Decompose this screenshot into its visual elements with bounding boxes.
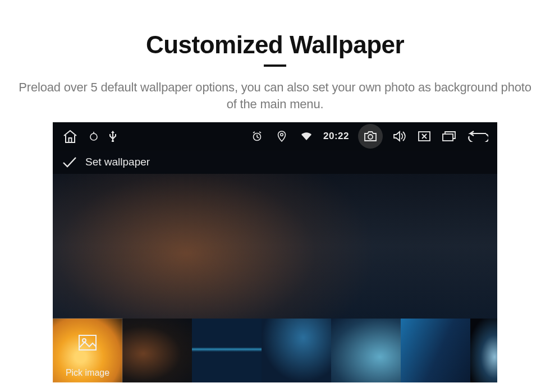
volume-icon[interactable] (392, 128, 407, 144)
wallpaper-thumb-3[interactable] (262, 319, 331, 382)
usb-icon (109, 131, 117, 142)
status-left (62, 129, 117, 144)
status-bar: 20:22 (53, 122, 497, 150)
svg-rect-6 (443, 134, 453, 141)
wallpaper-thumb-6[interactable] (470, 319, 497, 382)
svg-point-8 (82, 339, 86, 342)
wifi-icon (299, 128, 314, 144)
svg-point-1 (90, 133, 97, 140)
wallpaper-preview[interactable] (53, 174, 497, 319)
title-underline (264, 64, 286, 67)
svg-rect-7 (79, 335, 96, 350)
wallpaper-thumb-2[interactable] (192, 319, 262, 382)
location-icon (274, 128, 290, 144)
page-description: Preload over 5 default wallpaper options… (0, 79, 550, 112)
image-icon (78, 334, 97, 351)
check-icon[interactable] (62, 156, 77, 168)
pick-image-tile[interactable]: Pick image (53, 319, 122, 382)
set-wallpaper-label: Set wallpaper (85, 156, 150, 168)
alarm-icon (249, 128, 265, 144)
wallpaper-thumb-4[interactable] (331, 319, 401, 382)
svg-point-3 (281, 133, 283, 136)
back-icon[interactable] (466, 128, 488, 144)
close-window-icon[interactable] (416, 128, 432, 144)
device-screenshot: 20:22 (53, 122, 497, 382)
recent-apps-icon[interactable] (441, 128, 457, 144)
wallpaper-thumb-5[interactable] (401, 319, 470, 382)
power-timer-icon (89, 131, 99, 141)
wallpaper-thumbnails: Pick image (53, 319, 497, 382)
wallpaper-thumb-1[interactable] (122, 319, 192, 382)
home-icon[interactable] (62, 129, 79, 144)
page-title: Customized Wallpaper (0, 31, 550, 59)
svg-point-4 (368, 135, 373, 139)
wallpaper-header: Set wallpaper (53, 150, 497, 174)
pick-image-label: Pick image (53, 368, 122, 378)
svg-rect-0 (69, 138, 72, 142)
status-right: 20:22 (249, 124, 488, 149)
status-time: 20:22 (323, 131, 349, 142)
screenshot-button[interactable] (358, 124, 383, 149)
